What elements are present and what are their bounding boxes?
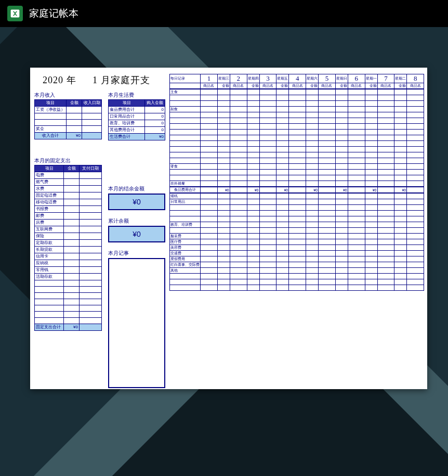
table-row: 度假费用 xyxy=(170,256,424,262)
day-weekday: 星期六 xyxy=(306,74,319,83)
day-weekday: 星期日 xyxy=(335,74,348,83)
table-row: 互联网费 xyxy=(35,226,102,233)
table-row xyxy=(170,118,424,124)
table-row xyxy=(170,211,424,216)
table-row: 交通费 xyxy=(170,251,424,256)
table-row: 服装费 xyxy=(170,234,424,239)
table-row xyxy=(35,280,102,287)
table-row xyxy=(170,130,424,135)
table-row xyxy=(170,274,424,279)
cumulative-heading: 累计余额 xyxy=(108,217,165,225)
spreadsheet: 2020 年 1 月家庭开支 本月收入 项目金额收入日期 工资（净收益） 奖金 … xyxy=(30,68,427,389)
table-row: 红白喜事、交际费 xyxy=(170,262,424,268)
table-row xyxy=(170,285,424,291)
cumulative-value: ¥0 xyxy=(108,226,165,242)
daily-grid: 每日记录1星期三2星期四3星期五4星期六5星期日6星期一7星期二8商品名金额商品… xyxy=(169,74,424,291)
day-number: 4 xyxy=(289,74,306,83)
table-row: 主食 xyxy=(170,89,424,95)
income-table: 项目金额收入日期 工资（净收益） 奖金 收入合计¥0 xyxy=(34,99,102,139)
app-title: 家庭记帐本 xyxy=(29,7,78,20)
table-row xyxy=(170,147,424,152)
table-row: 其他费用合计0 xyxy=(109,127,165,134)
table-row xyxy=(35,113,102,120)
table-row xyxy=(35,318,102,324)
table-row xyxy=(35,305,102,312)
table-row: 信用卡 xyxy=(35,253,102,260)
table-row xyxy=(35,287,102,293)
month-title: 1 月家庭开支 xyxy=(93,75,150,85)
table-row: 移动电话费 xyxy=(35,199,102,206)
table-row: 教育、培训费0 xyxy=(109,120,165,127)
table-row xyxy=(170,175,424,181)
table-row: 零食 xyxy=(170,164,424,170)
living-total-row: 生活费合计¥0 xyxy=(109,134,165,140)
table-row: 教育、培训费 xyxy=(170,222,424,228)
table-row xyxy=(170,158,424,164)
table-row: 固定电话费 xyxy=(35,192,102,199)
table-row: 烟纸 xyxy=(170,193,424,199)
table-row: 美容费 xyxy=(170,245,424,251)
table-row: 定期存款 xyxy=(35,240,102,247)
income-total-row: 收入合计¥0 xyxy=(35,133,102,139)
year: 2020 年 xyxy=(43,74,76,86)
day-weekday: 星期四 xyxy=(247,74,259,83)
table-row xyxy=(35,299,102,305)
day-number: 6 xyxy=(348,74,365,83)
balance-value: ¥0 xyxy=(108,194,165,210)
day-number: 7 xyxy=(377,74,394,83)
notes-box[interactable] xyxy=(108,258,165,388)
day-number: 1 xyxy=(201,74,218,83)
table-row xyxy=(170,141,424,147)
table-row: 副食 xyxy=(170,107,424,112)
table-row: 长期贷款 xyxy=(35,247,102,253)
table-row xyxy=(170,112,424,118)
day-number: 5 xyxy=(319,74,336,83)
daily-heading: 每日记录 xyxy=(170,74,201,83)
excel-icon xyxy=(7,6,23,21)
day-weekday: 星期二 xyxy=(394,74,407,83)
table-row xyxy=(170,135,424,141)
table-row: 邮费 xyxy=(35,213,102,220)
table-row: 日常用品合计0 xyxy=(109,113,165,120)
table-row xyxy=(170,101,424,107)
notes-heading: 本月记事 xyxy=(108,250,165,257)
table-row: 医疗费 xyxy=(170,239,424,245)
table-row: 工资（净收益） xyxy=(35,107,102,113)
app-header: 家庭记帐本 xyxy=(0,0,448,27)
table-row: 应纳税 xyxy=(35,260,102,267)
fixed-total-row: 固定支出合计¥0 xyxy=(35,324,102,331)
table-row: 其他 xyxy=(170,268,424,274)
table-row xyxy=(35,293,102,299)
table-row: 燃气费 xyxy=(35,179,102,186)
table-row: 日常用品 xyxy=(170,199,424,205)
table-row xyxy=(170,228,424,234)
table-row: 电费 xyxy=(35,172,102,179)
fixed-table: 项目金额支付日期 电费燃气费水费固定电话费移动电话费书报费邮费房费互联网费保险定… xyxy=(34,165,102,331)
day-number: 8 xyxy=(407,74,424,83)
day-weekday: 星期一 xyxy=(365,74,377,83)
day-weekday: 星期三 xyxy=(217,74,230,83)
table-row xyxy=(170,205,424,211)
living-table: 项目购入金额 食品费用合计0日常用品合计0教育、培训费0其他费用合计0 生活费合… xyxy=(108,99,165,140)
table-row: 书报费 xyxy=(35,206,102,213)
living-heading: 本月生活费 xyxy=(108,92,165,99)
table-row xyxy=(170,124,424,130)
fixed-heading: 本月的固定支出 xyxy=(34,157,102,164)
table-row: 食品费用合计0 xyxy=(109,107,165,113)
table-row: 在外就餐 xyxy=(170,181,424,187)
table-row: 奖金 xyxy=(35,126,102,133)
food-total-row: 食品费用合计¥0¥0¥0¥0¥0¥0¥0 xyxy=(170,187,424,193)
day-number: 3 xyxy=(259,74,276,83)
table-row xyxy=(170,170,424,175)
table-row xyxy=(170,279,424,285)
table-row xyxy=(170,216,424,222)
day-number: 2 xyxy=(230,74,247,83)
table-row: 零用钱 xyxy=(35,267,102,274)
table-row: 水费 xyxy=(35,186,102,192)
balance-heading: 本月的结余金额 xyxy=(108,185,165,192)
table-row: 活期存款 xyxy=(35,274,102,280)
table-row xyxy=(170,152,424,158)
table-row xyxy=(35,312,102,318)
table-row: 房费 xyxy=(35,220,102,226)
day-weekday: 星期五 xyxy=(276,74,289,83)
